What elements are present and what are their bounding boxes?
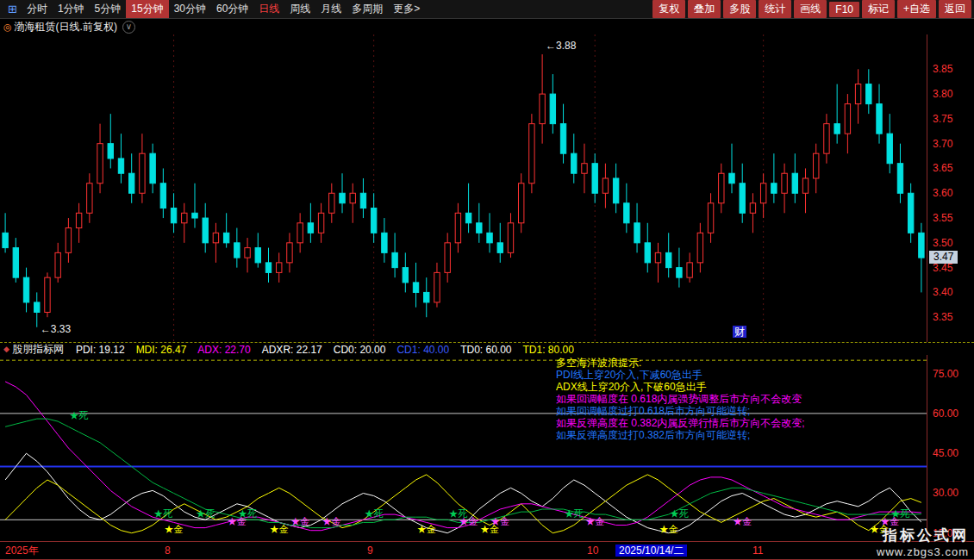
indicator-annotation: 如果反弹高度过打0.382后市方向可能逆转; (556, 429, 805, 441)
high-price-annotation: ←3.88 (546, 40, 576, 52)
indicator-annotation: 多空海洋波浪提示: (556, 357, 805, 369)
indicator-annotations: 多空海洋波浪提示:PDI线上穿20介入,下减60急出手ADX线上穿20介入,下破… (556, 357, 805, 441)
toolbar-button-多股[interactable]: 多股 (723, 0, 756, 18)
indicator-axis-label: 75.00 (933, 368, 958, 380)
menu-item-分时[interactable]: 分时 (22, 0, 53, 18)
indicator-axis-label: 30.00 (933, 487, 958, 499)
price-axis-label: 3.50 (933, 237, 952, 249)
low-price-annotation: ←3.33 (41, 323, 71, 335)
indicator-logo-icon: ◆ (0, 345, 12, 353)
indicator-annotation: PDI线上穿20介入,下减60急出手 (556, 369, 805, 381)
watermark-url: www.zbgs3.com (877, 545, 969, 558)
toolbar-menu: 复权叠加多股统计画线F10标记+自选返回 (652, 0, 974, 18)
indicator-annotation: 如果回调幅度在 0.618内属强势调整后市方向不会改变 (556, 393, 805, 405)
signal-marker-death: ★死 (670, 508, 689, 519)
candlestick-canvas (0, 34, 927, 342)
date-label: 8 (165, 544, 171, 557)
indicator-axis: 75.0060.0045.0030.0015.00 (927, 355, 974, 541)
indicator-value: ADX: 22.70 (197, 344, 250, 356)
indicator-annotation: ADX线上穿20介入,下破60急出手 (556, 381, 805, 393)
signal-marker-gold: ★金 (585, 516, 604, 526)
indicator-axis-label: 45.00 (933, 447, 958, 459)
price-axis-label: 3.75 (933, 113, 952, 125)
signal-marker-death: ★死 (153, 508, 172, 519)
menu-item-30分钟[interactable]: 30分钟 (169, 0, 211, 18)
date-label: 11 (752, 544, 763, 557)
stock-logo-icon: ◎ (0, 22, 15, 33)
signal-marker-death: ★死 (365, 508, 384, 519)
signal-marker-death: ★死 (565, 508, 584, 519)
menu-item-多周期[interactable]: 多周期 (347, 0, 388, 18)
indicator-chart[interactable]: ★死★死★金★死★金★死★金★金★金★死★金★死★金★金★金★死★金★金★死★金… (0, 355, 927, 541)
menu-item-更多>[interactable]: 更多> (388, 0, 425, 18)
date-label: 9 (367, 544, 373, 557)
selected-date-label: 2025/10/14/二 (615, 544, 687, 557)
date-label: 2025年 (5, 544, 39, 557)
signal-marker-gold: ★金 (459, 516, 478, 526)
chart-title: 渤海租赁(日线.前复权) (15, 20, 117, 34)
price-axis-label: 3.65 (933, 162, 952, 174)
watermark-site-name: 指标公式网 (877, 526, 969, 545)
date-axis: 2025年89102025/10/14/二11 (0, 541, 974, 560)
indicator-annotation: 如果反弹高度在 0.382内属反弹行情后市方向不会改变; (556, 417, 805, 429)
menu-item-60分钟[interactable]: 60分钟 (211, 0, 253, 18)
toolbar-button-标记[interactable]: 标记 (862, 0, 895, 18)
signal-marker-gold: ★金 (270, 524, 289, 534)
signal-marker-gold: ★金 (322, 516, 341, 526)
price-axis-label: 3.60 (933, 187, 952, 199)
menu-item-日线[interactable]: 日线 (253, 0, 284, 18)
signal-marker-gold: ★金 (490, 516, 509, 526)
indicator-value: CD1: 40.00 (396, 344, 449, 356)
price-axis-label: 3.80 (933, 88, 952, 100)
signal-marker-death: ★死 (238, 508, 257, 519)
indicator-header: ◆ 股朋指标网 PDI: 19.12MDI: 26.47ADX: 22.70AD… (0, 342, 974, 355)
period-menu: ⊞ 分时1分钟5分钟15分钟30分钟60分钟日线周线月线多周期更多> (0, 0, 425, 18)
signal-marker-gold: ★金 (290, 516, 309, 526)
price-axis-label: 3.85 (933, 63, 952, 75)
toolbar-button-F10[interactable]: F10 (829, 2, 859, 17)
toolbar-button-画线[interactable]: 画线 (794, 0, 827, 18)
candlestick-chart[interactable]: ←3.88 ←3.33 财 (0, 34, 927, 342)
candles-layer (3, 54, 924, 327)
price-axis-label: 3.40 (933, 286, 952, 298)
indicator-value: CD0: 20.00 (334, 344, 386, 356)
menu-item-15分钟[interactable]: 15分钟 (126, 0, 168, 18)
chart-title-bar: ◎ 渤海租赁(日线.前复权) ∨ (0, 19, 974, 34)
signal-marker-gold: ★金 (165, 524, 184, 534)
indicator-value: MDI: 26.47 (136, 344, 187, 356)
price-axis-label: 3.35 (933, 311, 952, 323)
current-price-tag: 3.47 (929, 251, 958, 264)
menu-item-月线[interactable]: 月线 (315, 0, 347, 18)
signal-marker-gold: ★金 (733, 516, 752, 526)
price-axis-label: 3.70 (933, 138, 952, 150)
indicator-name[interactable]: 股朋指标网 (12, 342, 64, 357)
signal-marker-gold: ★金 (659, 524, 678, 534)
signal-marker-death: ★死 (890, 508, 909, 519)
signal-marker-gold: ★金 (417, 524, 436, 534)
menu-bar: ⊞ 分时1分钟5分钟15分钟30分钟60分钟日线周线月线多周期更多> 复权叠加多… (0, 0, 974, 19)
indicator-value: TD1: 80.00 (523, 344, 574, 356)
indicator-value: PDI: 19.12 (76, 344, 125, 356)
app-grid-icon[interactable]: ⊞ (3, 3, 22, 16)
menu-item-5分钟[interactable]: 5分钟 (90, 0, 127, 18)
toolbar-button-+自选[interactable]: +自选 (897, 0, 936, 18)
trading-app-window: ⊞ 分时1分钟5分钟15分钟30分钟60分钟日线周线月线多周期更多> 复权叠加多… (0, 0, 974, 560)
toolbar-button-叠加[interactable]: 叠加 (688, 0, 721, 18)
watermark: 指标公式网 www.zbgs3.com (877, 526, 969, 558)
date-label: 10 (587, 544, 598, 557)
toolbar-button-复权[interactable]: 复权 (652, 0, 685, 18)
signal-marker-death: ★死 (70, 410, 89, 420)
indicator-value: TD0: 60.00 (460, 344, 511, 356)
menu-item-周线[interactable]: 周线 (284, 0, 315, 18)
indicator-axis-label: 60.00 (933, 408, 958, 420)
toolbar-button-返回[interactable]: 返回 (939, 0, 971, 18)
menu-item-1分钟[interactable]: 1分钟 (53, 0, 90, 18)
financial-report-badge[interactable]: 财 (733, 326, 746, 338)
signal-marker-death: ★死 (196, 508, 215, 519)
toolbar-button-统计[interactable]: 统计 (759, 0, 791, 18)
indicator-value: ADXR: 22.17 (262, 344, 322, 356)
price-axis-label: 3.55 (933, 212, 952, 224)
indicator-annotation: 如果回调幅度过打0.618后市方向可能逆转; (556, 405, 805, 417)
price-axis: 3.47 3.853.803.753.703.653.603.553.503.4… (927, 34, 974, 342)
chevron-down-icon[interactable]: ∨ (122, 21, 135, 34)
